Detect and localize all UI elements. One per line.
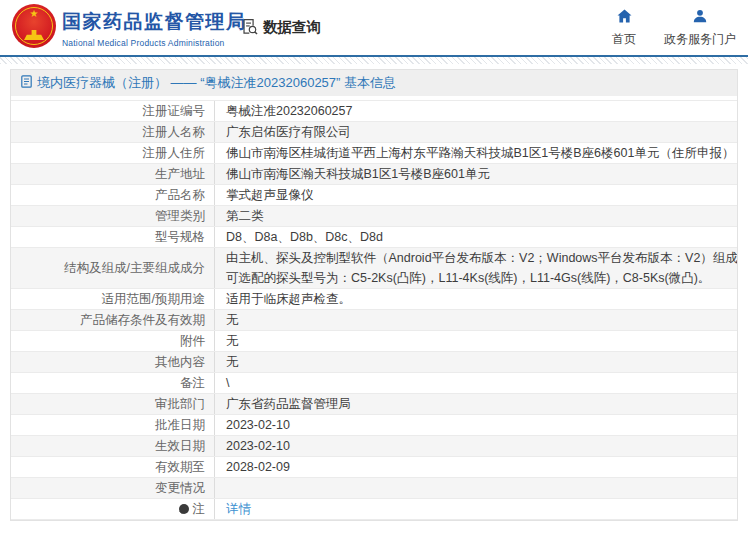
- table-row: 适用范围/预期用途 适用于临床超声检查。: [11, 289, 737, 310]
- row-value: 2028-02-09: [215, 457, 737, 477]
- table-row: 批准日期 2023-02-10: [11, 415, 737, 436]
- row-label: 注册人名称: [11, 122, 215, 142]
- nav-gov-portal-label: 政务服务门户: [664, 31, 736, 48]
- info-table: 注册证编号 粤械注准20232060257 注册人名称 广东启佑医疗有限公司 注…: [11, 100, 737, 520]
- row-label-text: 型号规格: [155, 229, 205, 246]
- table-row: 附件 无: [11, 331, 737, 352]
- row-value: 2023-02-10: [215, 436, 737, 456]
- row-label-text: 其他内容: [155, 354, 205, 371]
- row-label-text: 附件: [180, 333, 205, 350]
- table-row: 生产地址 佛山市南海区瀚天科技城B1区1号楼B座601单元: [11, 164, 737, 185]
- row-value: [215, 478, 737, 498]
- home-icon: [617, 9, 632, 27]
- row-label-text: 注册人名称: [143, 124, 206, 141]
- document-search-icon: [241, 18, 258, 38]
- row-label: 产品名称: [11, 185, 215, 205]
- breadcrumb-text: 境内医疗器械（注册） —— “粤械注准20232060257” 基本信息: [37, 74, 396, 92]
- table-row: 变更情况: [11, 478, 737, 499]
- top-nav: 首页 政务服务门户: [612, 9, 736, 48]
- row-value: 广东启佑医疗有限公司: [215, 122, 737, 142]
- user-icon: [693, 9, 707, 27]
- detail-link[interactable]: 详情: [226, 501, 737, 518]
- table-row: 注册人住所 佛山市南海区桂城街道平西上海村东平路瀚天科技城B1区1号楼B座6楼6…: [11, 143, 737, 164]
- row-label: 变更情况: [11, 478, 215, 498]
- row-value-line: 由主机、探头及控制型软件（Android平台发布版本：V2；Windows平台发…: [226, 248, 737, 268]
- row-label-text: 有效期至: [155, 459, 205, 476]
- table-row: 备注 \: [11, 373, 737, 394]
- row-value: 2023-02-10: [215, 415, 737, 435]
- agency-name-en: National Medical Products Administration: [62, 38, 247, 48]
- row-value: 佛山市南海区桂城街道平西上海村东平路瀚天科技城B1区1号楼B座6楼601单元（住…: [215, 143, 737, 163]
- nmpa-emblem-icon: ★: [12, 4, 56, 48]
- table-row: 注册证编号 粤械注准20232060257: [11, 101, 737, 122]
- header-divider: [0, 55, 748, 64]
- row-value: D8、D8a、D8b、D8c、D8d: [215, 227, 737, 247]
- agency-title: 国家药品监督管理局 National Medical Products Admi…: [62, 9, 247, 48]
- row-value: 详情: [215, 499, 737, 519]
- row-label-text: 注册证编号: [143, 103, 206, 120]
- row-label-text: 适用范围/预期用途: [102, 291, 205, 308]
- site-header: ★ 国家药品监督管理局 National Medical Products Ad…: [0, 0, 748, 55]
- row-label-text: 产品名称: [155, 187, 205, 204]
- agency-name-cn: 国家药品监督管理局: [62, 9, 247, 35]
- row-label: 批准日期: [11, 415, 215, 435]
- table-row: 审批部门 广东省药品监督管理局: [11, 394, 737, 415]
- row-label-text: 产品储存条件及有效期: [80, 312, 205, 329]
- table-row: 注 详情: [11, 499, 737, 520]
- row-label: 审批部门: [11, 394, 215, 414]
- nav-gov-portal[interactable]: 政务服务门户: [664, 9, 736, 48]
- nav-home[interactable]: 首页: [612, 9, 636, 48]
- document-icon: [21, 75, 32, 91]
- row-label: 注: [11, 499, 215, 519]
- row-label: 产品储存条件及有效期: [11, 310, 215, 330]
- table-row: 结构及组成/主要组成成分 由主机、探头及控制型软件（Android平台发布版本：…: [11, 248, 737, 289]
- row-value: 佛山市南海区瀚天科技城B1区1号楼B座601单元: [215, 164, 737, 184]
- agency-logo[interactable]: ★: [12, 4, 56, 48]
- comment-icon: [179, 504, 189, 514]
- row-label-text: 审批部门: [155, 396, 205, 413]
- row-value-line: 可选配的探头型号为：C5-2Ks(凸阵)，L11-4Ks(线阵)，L11-4Gs…: [226, 268, 737, 288]
- content-panel: 境内医疗器械（注册） —— “粤械注准20232060257” 基本信息 注册证…: [10, 69, 738, 521]
- row-value: 掌式超声显像仪: [215, 185, 737, 205]
- row-label-text: 管理类别: [155, 208, 205, 225]
- row-label-text: 备注: [180, 375, 205, 392]
- row-label: 有效期至: [11, 457, 215, 477]
- row-label: 适用范围/预期用途: [11, 289, 215, 309]
- row-label: 型号规格: [11, 227, 215, 247]
- row-label: 附件: [11, 331, 215, 351]
- row-label: 注册证编号: [11, 101, 215, 121]
- row-label-text: 批准日期: [155, 417, 205, 434]
- table-row: 型号规格 D8、D8a、D8b、D8c、D8d: [11, 227, 737, 248]
- row-label-text: 生产地址: [155, 166, 205, 183]
- row-label-text: 变更情况: [155, 480, 205, 497]
- row-value: 第二类: [215, 206, 737, 226]
- row-label: 其他内容: [11, 352, 215, 372]
- row-label: 注册人住所: [11, 143, 215, 163]
- table-row: 生效日期 2023-02-10: [11, 436, 737, 457]
- row-value: \: [215, 373, 737, 393]
- row-value: 粤械注准20232060257: [215, 101, 737, 121]
- row-value: 由主机、探头及控制型软件（Android平台发布版本：V2；Windows平台发…: [215, 248, 737, 288]
- table-row: 其他内容 无: [11, 352, 737, 373]
- row-label: 备注: [11, 373, 215, 393]
- table-row: 产品名称 掌式超声显像仪: [11, 185, 737, 206]
- nav-home-label: 首页: [612, 31, 636, 48]
- table-row: 管理类别 第二类: [11, 206, 737, 227]
- row-label-text: 生效日期: [155, 438, 205, 455]
- row-value: 广东省药品监督管理局: [215, 394, 737, 414]
- data-query-label: 数据查询: [263, 18, 321, 37]
- row-value: 适用于临床超声检查。: [215, 289, 737, 309]
- row-value: 无: [215, 331, 737, 351]
- table-row: 注册人名称 广东启佑医疗有限公司: [11, 122, 737, 143]
- row-label: 管理类别: [11, 206, 215, 226]
- data-query-nav[interactable]: 数据查询: [241, 0, 321, 55]
- table-row: 产品储存条件及有效期 无: [11, 310, 737, 331]
- star-icon: ★: [30, 9, 39, 19]
- table-row: 有效期至 2028-02-09: [11, 457, 737, 478]
- row-value: 无: [215, 352, 737, 372]
- page: ★ 国家药品监督管理局 National Medical Products Ad…: [0, 0, 748, 533]
- row-label: 生效日期: [11, 436, 215, 456]
- breadcrumb: 境内医疗器械（注册） —— “粤械注准20232060257” 基本信息: [11, 70, 737, 96]
- row-label-text: 注: [193, 501, 206, 518]
- row-label: 生产地址: [11, 164, 215, 184]
